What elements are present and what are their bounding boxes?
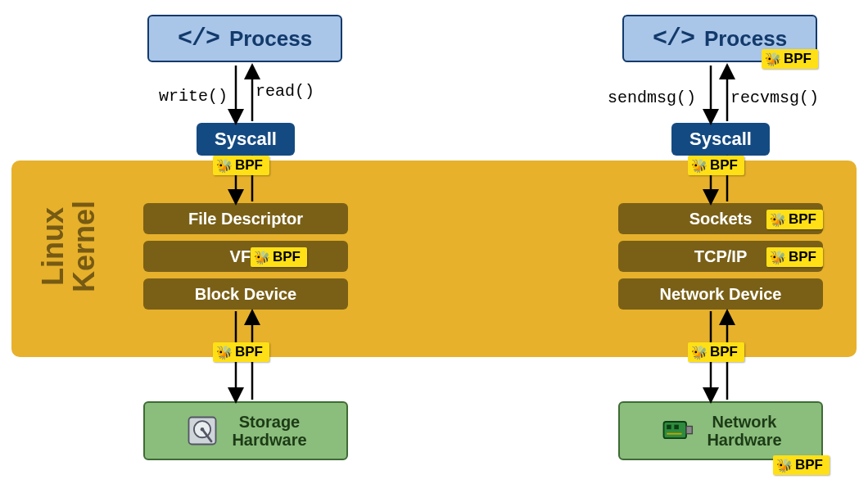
bpf-text: BPF: [235, 157, 263, 174]
code-icon: </>: [653, 25, 694, 52]
network-hardware-box: Network Hardware: [618, 401, 823, 460]
vfs-box: VFS: [143, 241, 348, 272]
bpf-badge: 🐝BPF: [213, 156, 269, 175]
syscall-box-left: Syscall: [197, 123, 295, 156]
network-hw-line1: Network: [707, 413, 781, 431]
bpf-badge: 🐝BPF: [773, 455, 830, 475]
block-device-box: Block Device: [143, 278, 348, 310]
bpf-badge: 🐝BPF: [213, 342, 269, 362]
bpf-badge: 🐝BPF: [251, 247, 307, 267]
netdev-label: Network Device: [660, 285, 782, 304]
kernel-text-line1: Linux Kernel: [36, 201, 101, 292]
bee-icon: 🐝: [691, 345, 708, 360]
bpf-text: BPF: [789, 249, 816, 265]
code-icon: </>: [178, 25, 219, 52]
block-label: Block Device: [195, 285, 297, 304]
bpf-text: BPF: [710, 344, 738, 360]
bpf-badge: 🐝BPF: [766, 247, 823, 267]
nic-icon: [659, 413, 695, 449]
sendmsg-label: sendmsg(): [608, 88, 696, 107]
linux-kernel-label: Linux Kernel: [38, 201, 100, 292]
bpf-badge: 🐝BPF: [766, 210, 823, 229]
bpf-text: BPF: [789, 211, 816, 228]
bpf-text: BPF: [795, 457, 823, 473]
disk-icon: [184, 413, 220, 449]
tcpip-label: TCP/IP: [694, 247, 747, 266]
svg-rect-6: [675, 425, 680, 430]
svg-rect-3: [664, 422, 687, 438]
fd-label: File Descriptor: [188, 210, 303, 228]
storage-hw-line1: Storage: [232, 413, 306, 431]
network-hw-line2: Hardware: [707, 431, 781, 449]
bpf-badge: 🐝BPF: [688, 342, 744, 362]
process-box-left: </> Process: [147, 15, 342, 62]
bee-icon: 🐝: [770, 212, 786, 228]
bee-icon: 🐝: [770, 250, 786, 265]
bpf-badge: 🐝BPF: [762, 49, 818, 69]
bee-icon: 🐝: [691, 158, 708, 174]
bee-icon: 🐝: [216, 158, 233, 174]
syscall-label-left: Syscall: [215, 129, 277, 150]
diagram: { "kernel_label": "Linux\nKernel", "left…: [0, 0, 868, 493]
read-label: read(): [255, 82, 314, 101]
bpf-badge: 🐝BPF: [688, 156, 744, 175]
bee-icon: 🐝: [776, 458, 793, 473]
bpf-text: BPF: [710, 157, 738, 174]
bpf-text: BPF: [235, 344, 263, 360]
sockets-label: Sockets: [689, 210, 753, 228]
process-label-left: Process: [229, 26, 312, 52]
syscall-box-right: Syscall: [671, 123, 770, 156]
storage-hw-line2: Hardware: [232, 431, 306, 449]
bee-icon: 🐝: [765, 52, 781, 67]
bee-icon: 🐝: [216, 345, 233, 360]
storage-hardware-box: Storage Hardware: [143, 401, 348, 460]
file-descriptor-box: File Descriptor: [143, 203, 348, 234]
write-label: write(): [159, 87, 228, 106]
svg-rect-4: [686, 427, 692, 434]
recvmsg-label: recvmsg(): [730, 88, 819, 107]
bpf-text: BPF: [273, 249, 301, 265]
bpf-text: BPF: [784, 51, 811, 67]
syscall-label-right: Syscall: [689, 129, 752, 150]
process-label-right: Process: [704, 26, 787, 52]
svg-rect-5: [667, 425, 672, 430]
network-device-box: Network Device: [618, 278, 823, 310]
bee-icon: 🐝: [254, 250, 270, 265]
